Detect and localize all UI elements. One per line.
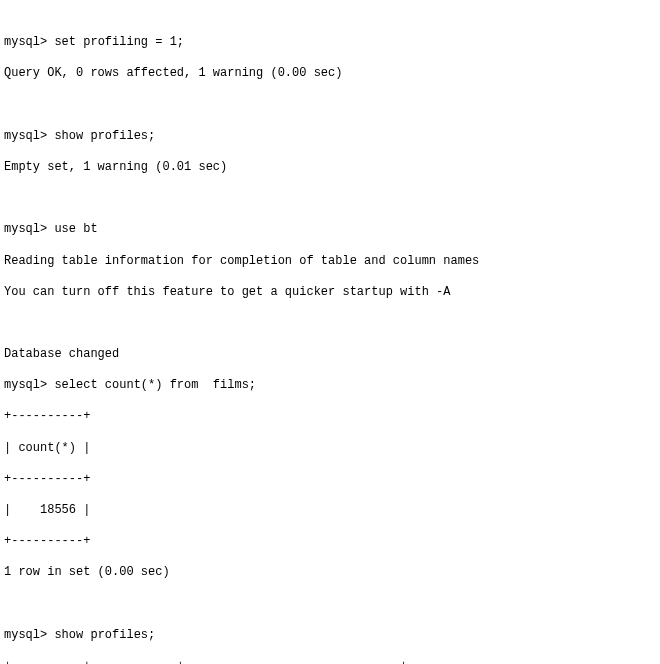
- terminal-output: mysql> show profiles;: [4, 628, 656, 644]
- command: show profiles;: [54, 129, 155, 143]
- mysql-prompt: mysql>: [4, 35, 54, 49]
- mysql-prompt: mysql>: [4, 129, 54, 143]
- result-line: You can turn off this feature to get a q…: [4, 285, 656, 301]
- table-border: +----------+------------+---------------…: [4, 659, 656, 664]
- result-line: Reading table information for completion…: [4, 254, 656, 270]
- blank-line: [4, 597, 656, 613]
- command: show profiles;: [54, 628, 155, 642]
- table-border: +----------+: [4, 409, 656, 425]
- terminal-output: mysql> select count(*) from films;: [4, 378, 656, 394]
- mysql-prompt: mysql>: [4, 378, 54, 392]
- terminal-output: mysql> set profiling = 1;: [4, 35, 656, 51]
- table-border: +----------+: [4, 534, 656, 550]
- table-header: | count(*) |: [4, 441, 656, 457]
- mysql-prompt: mysql>: [4, 222, 54, 236]
- terminal-output: mysql> use bt: [4, 222, 656, 238]
- blank-line: [4, 316, 656, 332]
- command: set profiling = 1;: [54, 35, 184, 49]
- table-border: +----------+: [4, 472, 656, 488]
- result-line: Empty set, 1 warning (0.01 sec): [4, 160, 656, 176]
- mysql-prompt: mysql>: [4, 628, 54, 642]
- result-line: Database changed: [4, 347, 656, 363]
- command: use bt: [54, 222, 97, 236]
- command: select count(*) from films;: [54, 378, 256, 392]
- result-line: 1 row in set (0.00 sec): [4, 565, 656, 581]
- table-row: | 18556 |: [4, 503, 656, 519]
- blank-line: [4, 191, 656, 207]
- blank-line: [4, 98, 656, 114]
- terminal-output: mysql> show profiles;: [4, 129, 656, 145]
- result-line: Query OK, 0 rows affected, 1 warning (0.…: [4, 66, 656, 82]
